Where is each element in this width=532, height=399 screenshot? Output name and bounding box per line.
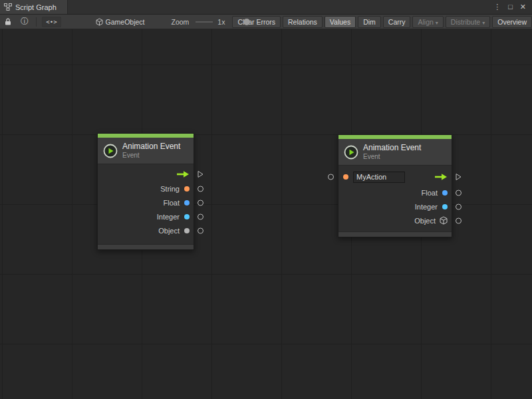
code-view-button[interactable]: <•> [42, 17, 61, 27]
distribute-dropdown[interactable]: Distribute▾ [446, 16, 490, 28]
maximize-icon[interactable]: □ [508, 3, 513, 11]
port-label: Float [164, 199, 180, 207]
node-body: Float Integer Object [338, 166, 452, 231]
info-icon[interactable]: ⓘ [21, 16, 29, 27]
lock-icon[interactable] [5, 18, 11, 25]
node-header[interactable]: Animation Event Event [338, 139, 452, 166]
carry-button[interactable]: Carry [383, 16, 411, 28]
gameobject-cube-icon [96, 18, 103, 26]
output-row-integer: Integer [98, 209, 194, 223]
string-type-icon [184, 186, 190, 192]
string-type-icon [343, 174, 348, 180]
close-icon[interactable]: ✕ [520, 3, 526, 11]
port-label: Integer [415, 203, 438, 211]
zoom-slider-track[interactable] [196, 21, 213, 23]
zoom-label: Zoom [172, 18, 190, 26]
port-label: Float [422, 189, 438, 197]
graph-canvas[interactable]: Animation Event Event String [0, 29, 532, 399]
tab-script-graph[interactable]: Script Graph [0, 0, 68, 14]
event-play-icon [344, 145, 358, 160]
node-footer [338, 231, 452, 237]
window-menu-icon[interactable]: ⋮ [493, 3, 501, 11]
zoom-slider[interactable] [196, 18, 213, 26]
graph-toolbar: ⓘ <•> GameObject Zoom 1x Clear Errors Re… [0, 15, 532, 29]
overview-button[interactable]: Overview [492, 16, 532, 28]
node-animation-event-2[interactable]: Animation Event Event Float [338, 134, 452, 237]
align-dropdown[interactable]: Align▾ [412, 16, 443, 28]
output-row-integer: Integer [338, 200, 452, 213]
port-label: Integer [157, 213, 180, 221]
action-name-field[interactable] [353, 172, 405, 183]
output-port-integer[interactable] [456, 203, 462, 209]
chevron-down-icon: ▾ [436, 20, 438, 26]
graph-tab-icon [4, 3, 12, 11]
output-port-float[interactable] [198, 200, 203, 205]
clear-errors-button[interactable]: Clear Errors [232, 16, 281, 28]
node-animation-event-1[interactable]: Animation Event Event String [97, 133, 194, 250]
input-port-name[interactable] [328, 174, 334, 180]
zoom-value: 1x [217, 18, 225, 26]
flow-arrow-icon [434, 173, 448, 181]
gameobject-label: GameObject [106, 18, 145, 26]
window-controls: ⋮ □ ✕ [493, 0, 532, 14]
node-header[interactable]: Animation Event Event [98, 138, 194, 164]
node-footer [98, 244, 194, 249]
port-label: String [160, 185, 180, 193]
float-type-icon [184, 200, 190, 205]
zoom-slider-knob[interactable] [243, 19, 250, 25]
cube-icon [440, 216, 448, 225]
flow-arrow-icon [176, 170, 190, 178]
distribute-label: Distribute [451, 18, 480, 26]
node-title: Animation Event [363, 143, 421, 153]
titlebar: Script Graph ⋮ □ ✕ [0, 0, 532, 15]
flow-output-row [98, 167, 194, 182]
port-label: Object [158, 227, 180, 235]
flow-output-port[interactable] [456, 174, 462, 181]
node-title: Animation Event [122, 142, 180, 152]
port-label: Object [414, 217, 436, 225]
object-type-icon [184, 228, 190, 233]
action-input-row [338, 168, 452, 186]
event-play-icon [103, 144, 118, 158]
output-port-string[interactable] [198, 186, 203, 192]
relations-button[interactable]: Relations [283, 16, 323, 28]
output-row-float: Float [338, 186, 452, 200]
flow-output-port[interactable] [198, 171, 203, 178]
float-type-icon [442, 190, 448, 196]
output-row-object: Object [338, 213, 452, 227]
output-row-object: Object [98, 223, 194, 237]
dim-button[interactable]: Dim [358, 16, 381, 28]
integer-type-icon [442, 204, 448, 209]
node-subtitle: Event [122, 152, 180, 160]
node-body: String Float Integer Object [98, 164, 194, 244]
output-row-float: Float [98, 196, 194, 209]
chevron-down-icon: ▾ [482, 20, 485, 26]
output-row-string: String [98, 182, 194, 196]
output-port-integer[interactable] [198, 213, 203, 219]
integer-type-icon [184, 214, 190, 219]
align-label: Align [418, 18, 433, 26]
output-port-float[interactable] [456, 190, 462, 196]
values-button[interactable]: Values [325, 16, 356, 28]
output-port-object[interactable] [198, 227, 203, 233]
tab-title: Script Graph [15, 3, 57, 11]
script-graph-window: Script Graph ⋮ □ ✕ ⓘ <•> GameObject Zoom… [0, 0, 532, 399]
node-subtitle: Event [363, 153, 421, 162]
gameobject-reference[interactable]: GameObject [96, 18, 145, 26]
output-port-object[interactable] [456, 217, 462, 223]
